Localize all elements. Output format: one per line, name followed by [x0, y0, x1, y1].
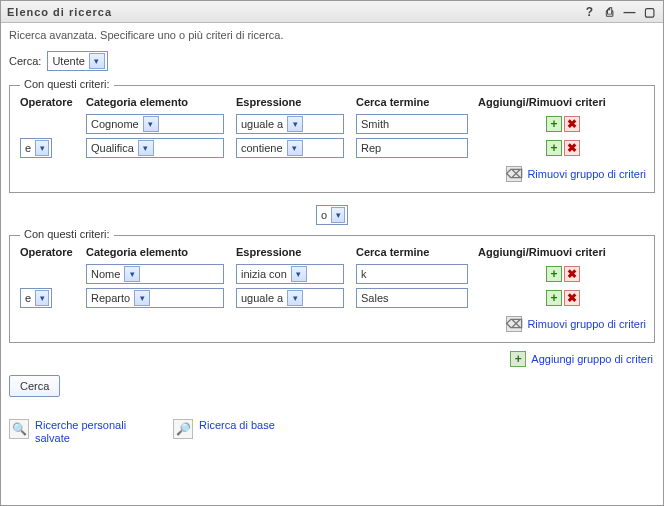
expression-select[interactable]: contiene▾ [236, 138, 344, 158]
group-connector-row: o▾ [1, 201, 663, 227]
criteria-group: Con questi criteri: Operatore Categoria … [9, 85, 655, 193]
operator-select[interactable]: e▾ [20, 288, 52, 308]
header-operator: Operatore [18, 244, 84, 262]
add-group-icon: + [510, 351, 526, 367]
add-group-link[interactable]: +Aggiungi gruppo di criteri [509, 351, 653, 367]
remove-criterion-icon[interactable]: ✖ [564, 116, 580, 132]
operator-select[interactable]: e▾ [20, 138, 52, 158]
header-term: Cerca termine [354, 94, 476, 112]
table-row: Cognome▾ uguale a▾ Smith +✖ [18, 112, 650, 136]
table-row: e▾ Reparto▾ uguale a▾ Sales +✖ [18, 286, 650, 310]
search-button[interactable]: Cerca [9, 375, 60, 397]
table-row: e▾ Qualifica▾ contiene▾ Rep +✖ [18, 136, 650, 160]
header-actions: Aggiungi/Rimuovi criteri [476, 94, 650, 112]
window: Elenco di ricerca ? ⎙ — ▢ Ricerca avanza… [0, 0, 664, 506]
remove-criterion-icon[interactable]: ✖ [564, 266, 580, 282]
saved-searches-link[interactable]: 🔍 Ricerche personali salvate [9, 419, 145, 445]
print-icon[interactable]: ⎙ [603, 5, 617, 19]
criteria-group: Con questi criteri: Operatore Categoria … [9, 235, 655, 343]
saved-search-icon: 🔍 [9, 419, 29, 439]
chevron-down-icon: ▾ [134, 290, 150, 306]
chevron-down-icon: ▾ [35, 140, 49, 156]
term-input[interactable]: Sales [356, 288, 468, 308]
chevron-down-icon: ▾ [287, 290, 303, 306]
remove-group-link[interactable]: ⌫Rimuovi gruppo di criteri [505, 316, 646, 332]
remove-criterion-icon[interactable]: ✖ [564, 290, 580, 306]
criteria-table: Operatore Categoria elemento Espressione… [18, 94, 650, 160]
add-criterion-icon[interactable]: + [546, 116, 562, 132]
entity-select-value: Utente [52, 55, 84, 67]
add-criterion-icon[interactable]: + [546, 140, 562, 156]
header-expression: Espressione [234, 244, 354, 262]
chevron-down-icon: ▾ [287, 116, 303, 132]
chevron-down-icon: ▾ [138, 140, 154, 156]
minimize-icon[interactable]: — [623, 5, 637, 19]
titlebar: Elenco di ricerca ? ⎙ — ▢ [1, 1, 663, 23]
header-category: Categoria elemento [84, 244, 234, 262]
help-icon[interactable]: ? [583, 5, 597, 19]
bottom-links: 🔍 Ricerche personali salvate 🔎 Ricerca d… [1, 401, 663, 449]
chevron-down-icon: ▾ [124, 266, 140, 282]
remove-group-icon: ⌫ [506, 166, 522, 182]
expression-select[interactable]: uguale a▾ [236, 114, 344, 134]
remove-group-icon: ⌫ [506, 316, 522, 332]
expression-select[interactable]: inizia con▾ [236, 264, 344, 284]
chevron-down-icon: ▾ [35, 290, 49, 306]
add-criterion-icon[interactable]: + [546, 266, 562, 282]
term-input[interactable]: Rep [356, 138, 468, 158]
term-input[interactable]: k [356, 264, 468, 284]
entity-select[interactable]: Utente ▾ [47, 51, 107, 71]
header-expression: Espressione [234, 94, 354, 112]
chevron-down-icon: ▾ [291, 266, 307, 282]
add-criterion-icon[interactable]: + [546, 290, 562, 306]
subtitle: Ricerca avanzata. Specificare uno o più … [1, 23, 663, 51]
chevron-down-icon: ▾ [331, 207, 345, 223]
table-header-row: Operatore Categoria elemento Espressione… [18, 94, 650, 112]
category-select[interactable]: Cognome▾ [86, 114, 224, 134]
criteria-table: Operatore Categoria elemento Espressione… [18, 244, 650, 310]
remove-criterion-icon[interactable]: ✖ [564, 140, 580, 156]
group-legend: Con questi criteri: [20, 228, 114, 240]
header-term: Cerca termine [354, 244, 476, 262]
close-icon[interactable]: ▢ [643, 5, 657, 19]
category-select[interactable]: Qualifica▾ [86, 138, 224, 158]
chevron-down-icon: ▾ [143, 116, 159, 132]
remove-group-link[interactable]: ⌫Rimuovi gruppo di criteri [505, 166, 646, 182]
table-header-row: Operatore Categoria elemento Espressione… [18, 244, 650, 262]
term-input[interactable]: Smith [356, 114, 468, 134]
expression-select[interactable]: uguale a▾ [236, 288, 344, 308]
window-title: Elenco di ricerca [7, 6, 112, 18]
header-actions: Aggiungi/Rimuovi criteri [476, 244, 650, 262]
basic-search-icon: 🔎 [173, 419, 193, 439]
header-operator: Operatore [18, 94, 84, 112]
group-legend: Con questi criteri: [20, 78, 114, 90]
table-row: Nome▾ inizia con▾ k +✖ [18, 262, 650, 286]
chevron-down-icon: ▾ [89, 53, 105, 69]
category-select[interactable]: Reparto▾ [86, 288, 224, 308]
chevron-down-icon: ▾ [287, 140, 303, 156]
basic-search-link[interactable]: 🔎 Ricerca di base [173, 419, 275, 439]
cerca-label: Cerca: [9, 55, 41, 67]
entity-row: Cerca: Utente ▾ [1, 51, 663, 77]
header-category: Categoria elemento [84, 94, 234, 112]
category-select[interactable]: Nome▾ [86, 264, 224, 284]
group-connector-select[interactable]: o▾ [316, 205, 348, 225]
